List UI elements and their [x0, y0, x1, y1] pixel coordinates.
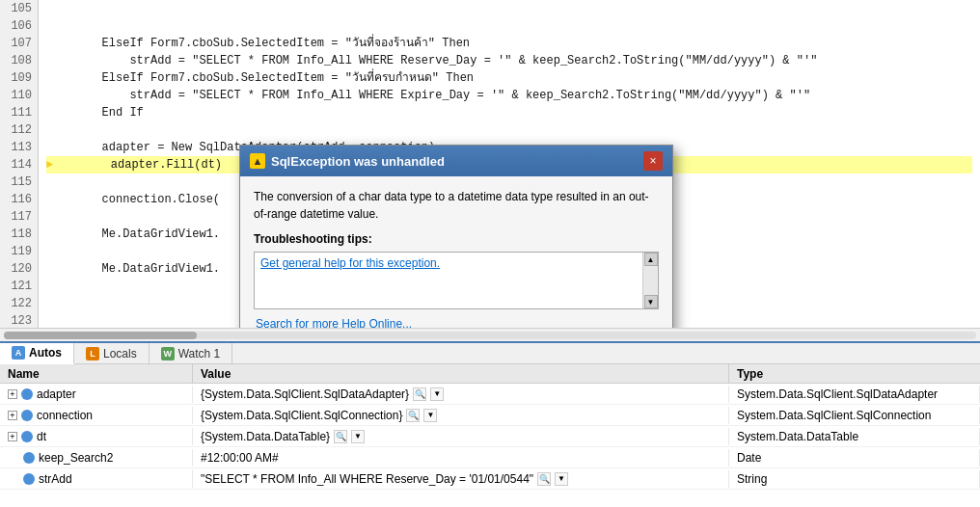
dialog-title-text: SqlException was unhandled	[271, 154, 445, 169]
table-rows: +adapter{System.Data.SqlClient.SqlDataAd…	[0, 384, 980, 507]
tab-label-locals: Locals	[103, 347, 137, 360]
dropdown-button[interactable]: ▼	[430, 387, 444, 401]
bottom-tab-watch1[interactable]: WWatch 1	[150, 343, 233, 363]
editor-scrollbar[interactable]	[0, 328, 980, 341]
variable-icon	[21, 410, 33, 421]
cell-value-connection: {System.Data.SqlClient.SqlConnection}🔍▼	[193, 407, 729, 424]
tab-label-watch1: Watch 1	[178, 347, 221, 360]
cell-name-dt: +dt	[0, 428, 193, 445]
tab-icon-locals: L	[86, 347, 99, 360]
expand-icon[interactable]: +	[8, 411, 17, 420]
scrollbar-thumb[interactable]	[4, 332, 197, 339]
col-header-value: Value	[193, 364, 729, 383]
dropdown-button[interactable]: ▼	[423, 409, 437, 422]
magnifier-button[interactable]: 🔍	[334, 430, 347, 443]
line-number-121: 121	[6, 278, 32, 295]
expand-icon[interactable]: +	[8, 432, 17, 441]
dialog-titlebar: ▲ SqlException was unhandled ×	[240, 146, 672, 176]
line-number-111: 111	[6, 104, 32, 121]
line-number-123: 123	[6, 312, 32, 328]
current-line-arrow: ►	[46, 158, 53, 172]
variable-icon	[21, 388, 33, 400]
cell-type-connection: System.Data.SqlClient.SqlConnection	[729, 407, 980, 424]
code-line-105: ElseIf Form7.cboSub.SelectedItem = "วันท…	[46, 35, 972, 52]
line-number-122: 122	[6, 295, 32, 312]
variable-value: {System.Data.DataTable}	[201, 430, 330, 443]
variable-type: Date	[737, 451, 761, 465]
magnifier-button[interactable]: 🔍	[406, 409, 420, 422]
troubleshooting-title: Troubleshooting tips:	[254, 232, 659, 246]
tab-icon-watch1: W	[161, 347, 175, 360]
line-number-110: 110	[6, 87, 32, 104]
code-line-106: strAdd = "SELECT * FROM Info_All WHERE R…	[46, 52, 972, 69]
general-help-link[interactable]: Get general help for this exception.	[260, 256, 440, 270]
variable-icon	[23, 473, 35, 485]
table-header: Name Value Type	[0, 364, 980, 384]
textbox-scrollbar: ▲ ▼	[642, 253, 658, 308]
expand-icon[interactable]: +	[8, 389, 17, 399]
dialog-message: The conversion of a char data type to a …	[254, 188, 659, 223]
line-number-117: 117	[6, 208, 32, 226]
cell-name-keep_Search2: keep_Search2	[0, 449, 193, 467]
line-number-106: 106	[6, 17, 32, 35]
variable-icon	[21, 431, 33, 442]
cell-name-adapter: +adapter	[0, 386, 193, 403]
variable-value: "SELECT * FROM Info_All WHERE Reserve_Da…	[201, 472, 533, 486]
cell-type-keep_Search2: Date	[729, 449, 980, 467]
tab-icon-autos: A	[12, 346, 25, 360]
line-number-108: 108	[6, 52, 32, 69]
variable-name: keep_Search2	[39, 451, 113, 465]
line-number-114: 114	[6, 156, 32, 173]
cell-type-dt: System.Data.DataTable	[729, 428, 980, 445]
search-online-link[interactable]: Search for more Help Online...	[254, 317, 659, 328]
variable-name: strAdd	[39, 472, 72, 486]
cell-name-connection: +connection	[0, 407, 193, 424]
magnifier-button[interactable]: 🔍	[537, 472, 551, 486]
bottom-tab-autos[interactable]: AAutos	[0, 343, 74, 364]
dialog-title-left: ▲ SqlException was unhandled	[250, 153, 445, 169]
line-number-107: 107	[6, 35, 32, 52]
dropdown-button[interactable]: ▼	[351, 430, 365, 443]
line-number-115: 115	[6, 173, 32, 191]
code-line-109: End If	[46, 104, 972, 121]
variables-table: Name Value Type +adapter{System.Data.Sql…	[0, 364, 980, 507]
table-row[interactable]: +connection{System.Data.SqlClient.SqlCon…	[0, 405, 980, 426]
table-row[interactable]: keep_Search2#12:00:00 AM#Date	[0, 447, 980, 468]
cell-value-strAdd: "SELECT * FROM Info_All WHERE Reserve_Da…	[193, 470, 729, 488]
variable-name: dt	[37, 430, 46, 443]
dialog-body: The conversion of a char data type to a …	[240, 176, 672, 328]
tab-label-autos: Autos	[29, 346, 62, 360]
cell-type-adapter: System.Data.SqlClient.SqlDataAdapter	[729, 386, 980, 403]
table-row[interactable]: strAdd"SELECT * FROM Info_All WHERE Rese…	[0, 468, 980, 490]
col-header-name: Name	[0, 364, 193, 383]
table-row[interactable]: +adapter{System.Data.SqlClient.SqlDataAd…	[0, 384, 980, 405]
table-row[interactable]: +dt{System.Data.DataTable}🔍▼System.Data.…	[0, 426, 980, 447]
variable-value: {System.Data.SqlClient.SqlDataAdapter}	[201, 387, 409, 401]
line-number-120: 120	[6, 260, 32, 278]
code-editor: // Will be populated by JS 1051061071081…	[0, 0, 980, 328]
line-number-105: 105	[6, 0, 32, 17]
scrollbar-down-btn[interactable]: ▼	[644, 295, 658, 308]
code-line-108: strAdd = "SELECT * FROM Info_All WHERE E…	[46, 87, 972, 104]
variable-type: System.Data.DataTable	[737, 430, 858, 443]
cell-value-keep_Search2: #12:00:00 AM#	[193, 449, 729, 467]
variable-name: connection	[37, 409, 93, 422]
variable-type: System.Data.SqlClient.SqlDataAdapter	[737, 387, 938, 401]
bottom-tab-locals[interactable]: LLocals	[74, 343, 150, 363]
variable-type: System.Data.SqlClient.SqlConnection	[737, 409, 931, 422]
exception-dialog: ▲ SqlException was unhandled × The conve…	[239, 145, 673, 328]
line-number-113: 113	[6, 139, 32, 156]
magnifier-button[interactable]: 🔍	[413, 387, 426, 401]
scrollbar-up-btn[interactable]: ▲	[644, 253, 658, 266]
variable-type: String	[737, 472, 767, 486]
line-number-116: 116	[6, 191, 32, 208]
variable-value: #12:00:00 AM#	[201, 451, 279, 465]
dropdown-button[interactable]: ▼	[555, 472, 568, 486]
warning-icon: ▲	[250, 153, 265, 169]
cell-value-dt: {System.Data.DataTable}🔍▼	[193, 428, 729, 445]
scrollbar-track	[4, 332, 976, 339]
dialog-close-button[interactable]: ×	[643, 151, 663, 171]
line-number-109: 109	[6, 69, 32, 87]
line-number-119: 119	[6, 243, 32, 260]
variable-value: {System.Data.SqlClient.SqlConnection}	[201, 409, 402, 422]
